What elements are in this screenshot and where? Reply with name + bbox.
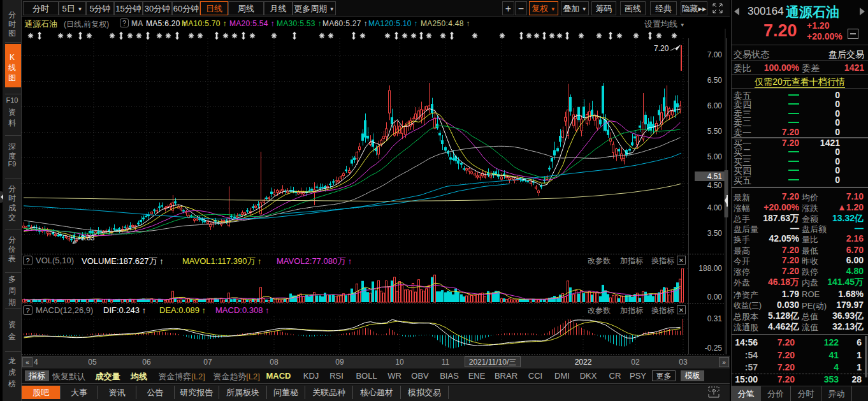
svg-text:0.00: 0.00 xyxy=(707,293,723,302)
svg-text:3.50: 3.50 xyxy=(707,229,723,238)
svg-text:4.50: 4.50 xyxy=(707,181,723,190)
svg-text:5.00: 5.00 xyxy=(707,152,723,161)
svg-text:7.20: 7.20 xyxy=(654,44,669,53)
svg-text:188.00: 188.00 xyxy=(698,264,722,273)
svg-text:5.50: 5.50 xyxy=(707,127,723,136)
svg-text:-0.25: -0.25 xyxy=(705,344,723,353)
svg-text:3.33: 3.33 xyxy=(81,234,94,242)
svg-text:6.50: 6.50 xyxy=(707,76,723,85)
svg-text:7.00: 7.00 xyxy=(707,50,723,59)
svg-text:4.51: 4.51 xyxy=(707,172,723,181)
svg-text:4.00: 4.00 xyxy=(707,203,723,212)
svg-text:6.00: 6.00 xyxy=(707,101,723,110)
svg-text:0.31: 0.31 xyxy=(707,314,723,323)
